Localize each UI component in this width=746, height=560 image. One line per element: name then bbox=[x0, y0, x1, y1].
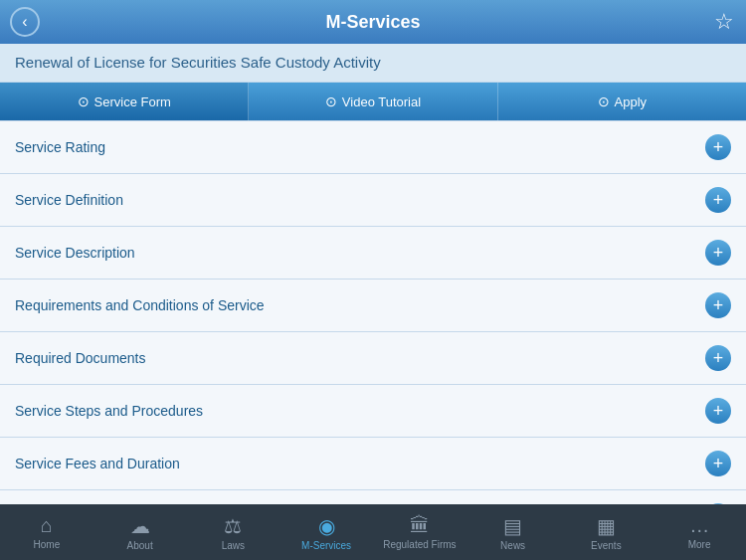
list-item-service-definition[interactable]: Service Definition+ bbox=[0, 174, 746, 227]
tab-apply-label: Apply bbox=[615, 94, 648, 109]
laws-nav-label: Laws bbox=[222, 540, 245, 551]
list-item-label: Service Steps and Procedures bbox=[15, 403, 203, 419]
tab-bar: ⊙ Service Form ⊙ Video Tutorial ⊙ Apply bbox=[0, 83, 746, 120]
list-item-label: Service Fees and Duration bbox=[15, 456, 180, 471]
regulated-firms-nav-icon: 🏛 bbox=[410, 514, 430, 537]
nav-item-news[interactable]: ▤News bbox=[466, 514, 560, 551]
page-title: Renewal of License for Securities Safe C… bbox=[15, 54, 381, 71]
regulated-firms-nav-label: Regulated Firms bbox=[383, 539, 456, 550]
back-icon: ‹ bbox=[22, 14, 27, 30]
tab-apply[interactable]: ⊙ Apply bbox=[498, 83, 746, 120]
tab-video-tutorial[interactable]: ⊙ Video Tutorial bbox=[249, 83, 497, 120]
m-services-nav-icon: ◉ bbox=[318, 514, 335, 538]
nav-item-laws[interactable]: ⚖Laws bbox=[187, 514, 280, 551]
nav-item-more[interactable]: …More bbox=[653, 514, 746, 550]
nav-item-regulated-firms[interactable]: 🏛Regulated Firms bbox=[373, 514, 466, 550]
more-nav-icon: … bbox=[689, 514, 709, 537]
list-item-service-steps[interactable]: Service Steps and Procedures+ bbox=[0, 385, 746, 438]
nav-item-about[interactable]: ☁About bbox=[93, 514, 187, 551]
list-item-label: Service Definition bbox=[15, 192, 123, 208]
news-nav-icon: ▤ bbox=[503, 514, 522, 538]
more-nav-label: More bbox=[688, 539, 711, 550]
top-navigation-bar: ‹ M-Services ☆ bbox=[0, 0, 746, 44]
expand-icon: + bbox=[705, 134, 731, 160]
app-title: M-Services bbox=[325, 12, 420, 33]
about-nav-icon: ☁ bbox=[130, 514, 150, 538]
service-form-icon: ⊙ bbox=[78, 93, 90, 109]
m-services-nav-label: M-Services bbox=[301, 540, 351, 551]
about-nav-label: About bbox=[127, 540, 153, 551]
home-nav-label: Home bbox=[34, 539, 61, 550]
tab-video-tutorial-label: Video Tutorial bbox=[342, 94, 421, 109]
nav-item-home[interactable]: ⌂Home bbox=[0, 514, 93, 550]
list-item-required-documents[interactable]: Required Documents+ bbox=[0, 332, 746, 385]
page-title-bar: Renewal of License for Securities Safe C… bbox=[0, 44, 746, 83]
content-list: Service Rating+Service Definition+Servic… bbox=[0, 120, 746, 504]
list-item-service-fees[interactable]: Service Fees and Duration+ bbox=[0, 438, 746, 490]
expand-icon: + bbox=[705, 451, 731, 476]
bookmark-button[interactable]: ☆ bbox=[714, 9, 734, 35]
list-item-label: Requirements and Conditions of Service bbox=[15, 297, 265, 313]
laws-nav-icon: ⚖ bbox=[224, 514, 242, 538]
apply-icon: ⊙ bbox=[598, 93, 610, 109]
list-item-requirements-conditions[interactable]: Requirements and Conditions of Service+ bbox=[0, 280, 746, 332]
video-tutorial-icon: ⊙ bbox=[325, 93, 337, 109]
list-item-label: Service Rating bbox=[15, 139, 105, 155]
tab-service-form-label: Service Form bbox=[94, 94, 171, 109]
bookmark-icon: ☆ bbox=[714, 9, 734, 34]
list-item-label: Service Description bbox=[15, 245, 135, 261]
expand-icon: + bbox=[705, 345, 731, 371]
list-item-contact-details[interactable]: Contact Details+ bbox=[0, 490, 746, 504]
expand-icon: + bbox=[705, 240, 731, 266]
expand-icon: + bbox=[705, 187, 731, 213]
home-nav-icon: ⌂ bbox=[41, 514, 53, 537]
list-item-service-description[interactable]: Service Description+ bbox=[0, 227, 746, 280]
news-nav-label: News bbox=[500, 540, 525, 551]
nav-item-events[interactable]: ▦Events bbox=[560, 514, 653, 551]
back-button[interactable]: ‹ bbox=[10, 7, 40, 37]
nav-item-m-services[interactable]: ◉M-Services bbox=[280, 514, 373, 551]
list-item-label: Required Documents bbox=[15, 350, 146, 366]
bottom-navigation: ⌂Home☁About⚖Laws◉M-Services🏛Regulated Fi… bbox=[0, 504, 746, 560]
tab-service-form[interactable]: ⊙ Service Form bbox=[0, 83, 249, 120]
list-item-service-rating[interactable]: Service Rating+ bbox=[0, 120, 746, 174]
events-nav-icon: ▦ bbox=[597, 514, 616, 538]
expand-icon: + bbox=[705, 398, 731, 424]
events-nav-label: Events bbox=[591, 540, 622, 551]
expand-icon: + bbox=[705, 292, 731, 318]
